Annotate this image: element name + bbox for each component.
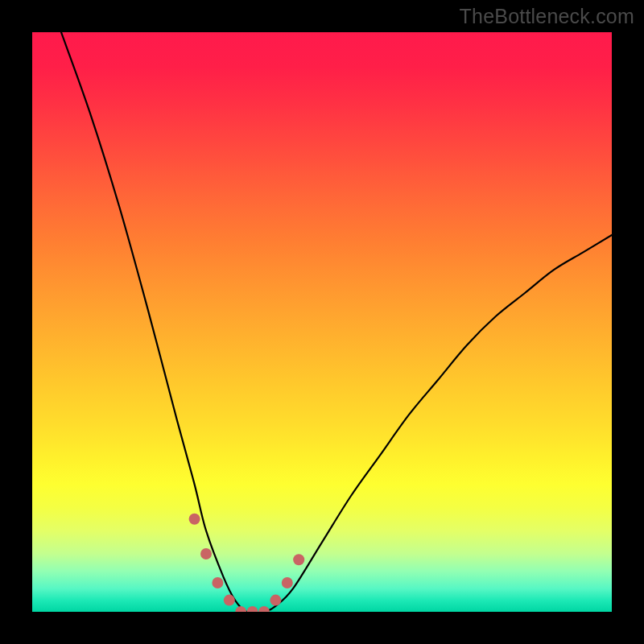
bottleneck-curve	[32, 32, 612, 612]
optimal-dot	[258, 606, 270, 612]
optimal-dot	[224, 595, 235, 606]
optimal-dot	[247, 606, 258, 612]
plot-area	[32, 32, 612, 612]
optimal-dot	[293, 554, 304, 565]
chart-frame: TheBottleneck.com	[0, 0, 644, 644]
curve-path	[61, 32, 612, 612]
optimal-dot	[235, 606, 246, 612]
optimal-dot	[189, 514, 200, 525]
optimal-dot	[270, 595, 281, 606]
optimal-dot	[200, 548, 212, 559]
optimal-dot	[212, 577, 223, 588]
optimal-dot	[282, 577, 293, 588]
watermark-text: TheBottleneck.com	[460, 5, 634, 28]
